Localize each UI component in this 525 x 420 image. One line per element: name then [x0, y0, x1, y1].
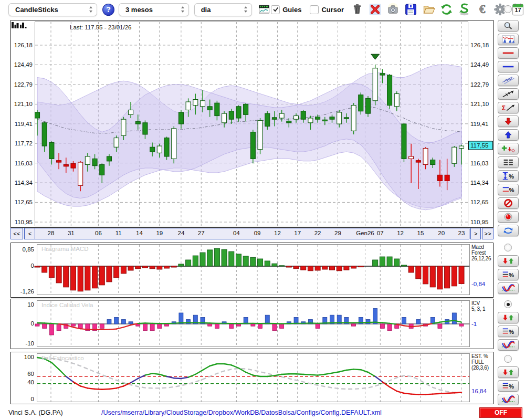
- camera-icon: [386, 2, 400, 17]
- date-tick-label: 15: [409, 230, 432, 236]
- macd-yzero-label: 0: [12, 262, 34, 269]
- forward-button[interactable]: >: [470, 228, 481, 239]
- magnifier-icon: [501, 21, 516, 30]
- stoch-percent-button[interactable]: %: [498, 380, 519, 392]
- icv-value: -1: [471, 321, 477, 327]
- curve-icon: [501, 395, 516, 404]
- icv-panel-radio[interactable]: [504, 300, 512, 308]
- dashed-lines-button[interactable]: [498, 156, 519, 168]
- checkbox-checked-icon: [271, 5, 280, 14]
- save-button[interactable]: [404, 2, 418, 17]
- interval-value: dia: [201, 6, 211, 14]
- disable-button[interactable]: [498, 197, 519, 209]
- snapshot-button[interactable]: [386, 2, 400, 17]
- date-tick-label: 29: [326, 230, 349, 236]
- stoch-y60-label: 60: [12, 371, 34, 377]
- fast-forward-button[interactable]: >>: [482, 228, 494, 239]
- svg-text:%: %: [509, 187, 514, 193]
- sync-back-icon: [457, 2, 471, 17]
- macd-percent-button[interactable]: %: [498, 269, 519, 280]
- euro-icon: €: [475, 2, 489, 17]
- channel-button[interactable]: [498, 75, 519, 86]
- sync-back-button[interactable]: [457, 2, 471, 17]
- icv-ymax-label: 10: [12, 301, 34, 308]
- macd-title: Histgrama MACD: [41, 246, 88, 252]
- sell-arrow-button[interactable]: [498, 116, 519, 127]
- lines-percent-icon: %: [501, 270, 516, 279]
- main-candlestick-panel[interactable]: 126,18126,18124,49124,49122,79122,79121,…: [10, 20, 494, 228]
- record-button[interactable]: [498, 211, 519, 223]
- swap-arrows-icon: [501, 226, 516, 235]
- icv-arrows-button[interactable]: [498, 312, 519, 323]
- svg-text:126,18: 126,18: [14, 42, 33, 48]
- red-hline-icon: [501, 48, 516, 58]
- trendline-icon: [501, 89, 516, 99]
- chevron-updown-icon: [180, 5, 186, 14]
- red-down-arrow-icon: [501, 117, 516, 126]
- price-volume-chart-button[interactable]: [498, 34, 519, 45]
- lines-percent-button[interactable]: %: [498, 184, 519, 195]
- status-bar: Vinci S.A. (DG.PA) /Users/mserra/Library…: [0, 405, 525, 420]
- icv-yzero-label: 0: [12, 320, 34, 327]
- euro-button[interactable]: €: [475, 2, 489, 17]
- macd-panel-radio[interactable]: [504, 244, 512, 251]
- refresh-button[interactable]: [439, 2, 454, 17]
- open-folder-button[interactable]: [422, 2, 436, 17]
- help-button[interactable]: ?: [102, 4, 114, 16]
- date-tick-label: 11: [107, 230, 130, 236]
- macd-arrows-button[interactable]: [498, 255, 519, 267]
- icv-curve-button[interactable]: [498, 339, 519, 351]
- stochastic-panel[interactable]: Full Estocastico 100 60 40 0 EST. %FULL(…: [10, 352, 494, 404]
- stoch-curve-button[interactable]: [498, 394, 519, 405]
- guies-checkbox[interactable]: Guies: [271, 5, 301, 14]
- channel-icon: [501, 76, 516, 85]
- reload-button[interactable]: [498, 225, 519, 236]
- svg-text:%: %: [509, 383, 514, 390]
- floppy-save-icon: [404, 2, 418, 17]
- trendline-button[interactable]: [498, 88, 519, 100]
- trash-icon: [350, 2, 364, 17]
- stoch-arrows-button[interactable]: [498, 366, 519, 378]
- chart-window-button[interactable]: [257, 2, 271, 17]
- stoch-panel-radio[interactable]: [504, 355, 512, 363]
- macd-ymin-label: -1,26: [12, 288, 34, 295]
- delete-x-button[interactable]: [368, 2, 382, 17]
- blue-hline-button[interactable]: [498, 61, 519, 72]
- macd-ymax-label: 0,85: [12, 246, 34, 253]
- buy-arrow-button[interactable]: [498, 129, 519, 141]
- icv-percent-button[interactable]: %: [498, 326, 519, 337]
- date-tick-label: 04: [225, 230, 248, 236]
- svg-text:122,79: 122,79: [470, 81, 489, 88]
- calendar-icon: [511, 2, 525, 17]
- date-tick-label: 19: [148, 230, 171, 236]
- icv-panel[interactable]: Indice Calidad Vela 10 0 -10 ICV5, 3, 1 …: [10, 299, 494, 349]
- sigma-trend-button[interactable]: Σ: [498, 102, 519, 113]
- candlestick-chart[interactable]: 126,18126,18124,49124,49122,79122,79121,…: [11, 20, 493, 227]
- add-signal-button[interactable]: [498, 143, 519, 154]
- macd-panel[interactable]: Histgrama MACD 0,85 0 -1,26 MacdForest26…: [10, 243, 494, 298]
- chevron-updown-icon: [243, 5, 249, 14]
- down-up-arrows-icon: [501, 256, 516, 266]
- interval-select[interactable]: dia: [194, 3, 252, 16]
- stoch-value: 16,84: [471, 388, 487, 394]
- svg-text:121,10: 121,10: [470, 101, 489, 107]
- svg-text:121,10: 121,10: [14, 101, 33, 107]
- red-hline-button[interactable]: [498, 47, 519, 59]
- calendar-button[interactable]: 17: [511, 2, 525, 17]
- svg-text:117,72: 117,72: [15, 140, 33, 146]
- macd-curve-button[interactable]: [498, 282, 519, 294]
- svg-text:119,41: 119,41: [470, 121, 488, 127]
- main-panel-radio[interactable]: [504, 5, 512, 13]
- svg-text:%: %: [509, 272, 514, 278]
- vertical-percent-button[interactable]: %: [498, 170, 519, 182]
- zoom-button[interactable]: [498, 20, 519, 32]
- svg-text:Σ: Σ: [502, 104, 506, 112]
- off-toggle-button[interactable]: OFF: [479, 407, 522, 418]
- period-value: 3 mesos: [125, 6, 153, 14]
- chart-type-select[interactable]: CandleSticks: [8, 3, 97, 16]
- date-tick-strip[interactable]: 2831061114192427040912172229Gen260712152…: [35, 228, 469, 239]
- period-select[interactable]: 3 mesos: [119, 3, 189, 16]
- macd-indicator-label: MacdForest26,12,26: [471, 244, 494, 261]
- cursor-checkbox[interactable]: Cursor: [310, 5, 344, 14]
- trash-button[interactable]: [350, 2, 364, 17]
